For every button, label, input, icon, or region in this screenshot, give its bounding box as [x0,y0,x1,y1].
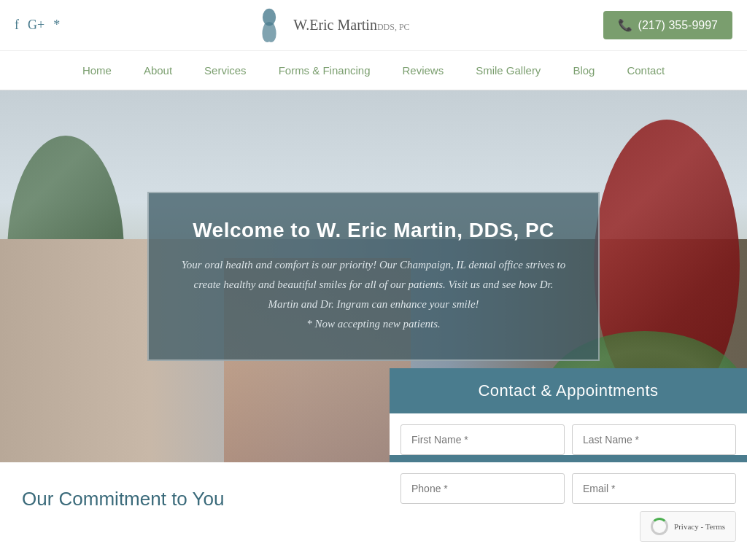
main-nav: Home About Services Forms & Financing Re… [0,51,747,90]
top-bar: f G+ * W.Eric MartinDDS, PC 📞 (217) 355-… [0,0,747,51]
nav-forms-financing[interactable]: Forms & Financing [263,51,387,90]
nav-contact[interactable]: Contact [611,51,681,90]
logo-name: W.Eric Martin [293,17,377,33]
phone-input[interactable] [400,473,565,504]
logo: W.Eric MartinDDS, PC [253,7,409,44]
last-name-input[interactable] [572,424,736,455]
google-link[interactable]: G+ [28,18,44,33]
nav-reviews[interactable]: Reviews [387,51,460,90]
contact-header: Contact & Appointments [390,368,747,413]
hero-title: Welcome to W. Eric Martin, DDS, PC [178,219,569,242]
recaptcha-spinner [651,518,668,535]
logo-text: W.Eric MartinDDS, PC [293,17,409,34]
social-icons: f G+ * [15,18,60,33]
phone-button[interactable]: 📞 (217) 355-9997 [603,11,732,39]
recaptcha-label: Privacy - Terms [674,522,725,531]
hero-section: Welcome to W. Eric Martin, DDS, PC Your … [0,90,747,462]
nav-about[interactable]: About [128,51,188,90]
commitment-section: Our Commitment to You [0,462,390,557]
nav-blog[interactable]: Blog [557,51,611,90]
yelp-link[interactable]: * [53,18,60,33]
contact-form [390,413,747,455]
nav-home[interactable]: Home [66,51,128,90]
form-continuation: Privacy - Terms [390,462,747,557]
below-hero: Our Commitment to You Privacy - Terms [0,462,747,557]
name-row [400,424,736,455]
email-input[interactable] [572,473,736,504]
contact-appointments-section: Contact & Appointments [390,368,747,462]
first-name-input[interactable] [400,424,565,455]
hero-subtitle: Your oral health and comfort is our prio… [178,255,569,334]
nav-smile-gallery[interactable]: Smile Gallery [460,51,557,90]
phone-number: (217) 355-9997 [638,19,718,32]
contact-row [400,473,736,504]
phone-icon: 📞 [618,18,632,32]
logo-icon [253,7,286,44]
contact-title: Contact & Appointments [478,381,658,400]
hero-overlay: Welcome to W. Eric Martin, DDS, PC Your … [147,192,600,361]
commitment-title: Our Commitment to You [22,488,368,510]
logo-suffix: DDS, PC [377,22,410,32]
facebook-link[interactable]: f [15,18,19,33]
nav-services[interactable]: Services [188,51,263,90]
recaptcha-widget: Privacy - Terms [640,511,736,542]
